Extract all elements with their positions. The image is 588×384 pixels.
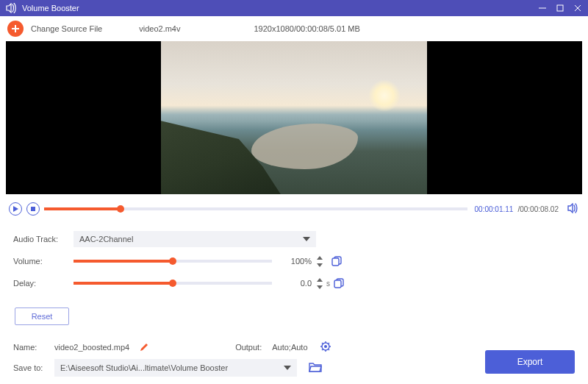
chevron-down-icon xyxy=(284,366,291,370)
delay-step-down[interactable] xyxy=(316,283,323,291)
svg-point-18 xyxy=(324,345,327,348)
duration-time: /00:00:08.02 xyxy=(517,205,559,213)
edit-name-icon[interactable] xyxy=(140,341,150,354)
output-value: Auto;Auto xyxy=(272,343,307,352)
svg-rect-16 xyxy=(334,280,341,288)
change-source-button[interactable] xyxy=(7,21,24,37)
delay-field[interactable] xyxy=(278,275,315,291)
volume-step-down[interactable] xyxy=(316,261,323,269)
svg-rect-12 xyxy=(332,258,339,266)
svg-rect-1 xyxy=(557,5,563,11)
delay-label: Delay: xyxy=(13,279,74,288)
source-filename: video2.m4v xyxy=(139,24,180,33)
volume-thumb[interactable] xyxy=(169,257,176,265)
open-folder-icon[interactable] xyxy=(309,362,322,374)
stop-button[interactable] xyxy=(26,202,40,216)
delay-reset-icon[interactable] xyxy=(333,277,345,291)
reset-button[interactable]: Reset xyxy=(15,307,69,325)
video-preview xyxy=(6,41,582,194)
save-label: Save to: xyxy=(13,363,50,372)
controls-panel: Audio Track: AAC-2Channel Volume: Delay: xyxy=(0,225,588,334)
save-path-value: E:\Aiseesoft Studio\Ai...ltimate\Volume … xyxy=(60,363,228,372)
transport-bar: 00:00:01.11/00:00:08.02 xyxy=(9,197,579,221)
chevron-down-icon xyxy=(303,237,310,241)
output-name: video2_boosted.mp4 xyxy=(54,343,129,352)
video-frame xyxy=(161,41,427,194)
play-button[interactable] xyxy=(9,202,22,216)
svg-marker-8 xyxy=(303,237,310,241)
seek-thumb[interactable] xyxy=(117,205,124,213)
current-time: 00:00:01.11 xyxy=(475,205,514,213)
seek-slider[interactable] xyxy=(44,207,467,210)
delay-unit: s xyxy=(326,280,330,288)
svg-marker-10 xyxy=(317,263,323,267)
volume-field[interactable] xyxy=(278,253,315,269)
svg-marker-13 xyxy=(317,278,323,282)
svg-marker-19 xyxy=(284,366,291,370)
svg-marker-14 xyxy=(317,285,323,289)
volume-fill xyxy=(74,260,173,263)
titlebar: Volume Booster xyxy=(0,0,588,16)
audio-track-select[interactable]: AAC-2Channel xyxy=(74,231,316,247)
change-source-label: Change Source File xyxy=(31,24,102,33)
volume-icon[interactable] xyxy=(567,203,579,216)
svg-marker-6 xyxy=(13,206,18,212)
volume-reset-icon[interactable] xyxy=(331,255,343,269)
delay-slider[interactable] xyxy=(74,282,272,285)
toolbar: Change Source File video2.m4v 1920x1080/… xyxy=(0,16,588,41)
volume-slider[interactable] xyxy=(74,260,272,263)
output-settings-icon[interactable] xyxy=(320,341,331,355)
delay-thumb[interactable] xyxy=(169,280,176,287)
maximize-button[interactable] xyxy=(556,4,564,13)
source-info: 1920x1080/00:00:08/5.01 MB xyxy=(254,24,360,33)
close-button[interactable] xyxy=(573,4,582,13)
audio-track-label: Audio Track: xyxy=(13,235,74,243)
app-title: Volume Booster xyxy=(22,4,79,13)
svg-marker-9 xyxy=(317,256,323,260)
name-label: Name: xyxy=(13,343,50,352)
export-button[interactable]: Export xyxy=(485,350,575,374)
delay-step-up[interactable] xyxy=(316,276,323,283)
audio-track-value: AAC-2Channel xyxy=(79,235,133,243)
svg-rect-7 xyxy=(31,207,35,211)
minimize-button[interactable] xyxy=(538,4,547,13)
output-label: Output: xyxy=(235,343,262,352)
save-path-select[interactable]: E:\Aiseesoft Studio\Ai...ltimate\Volume … xyxy=(54,359,297,377)
delay-fill xyxy=(74,282,173,285)
app-icon xyxy=(6,3,18,13)
volume-step-up[interactable] xyxy=(316,254,323,261)
volume-label: Volume: xyxy=(13,257,74,266)
seek-progress xyxy=(44,207,121,210)
